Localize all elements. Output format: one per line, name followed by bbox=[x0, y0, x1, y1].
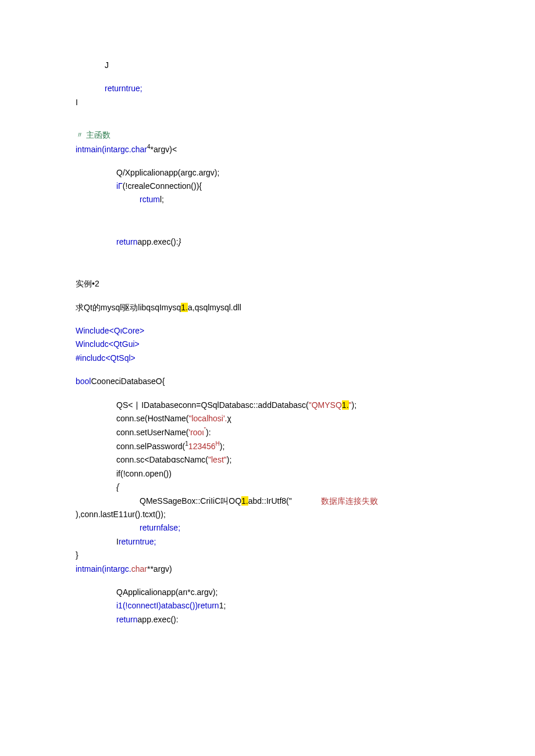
code-token: χ bbox=[227, 414, 231, 423]
code-line: i1(!connectI)atabasc())return1; bbox=[76, 599, 459, 612]
code-token: QMeSSageBox::CriIiC叫OQ bbox=[140, 496, 241, 506]
code-token: J bbox=[105, 60, 109, 70]
code-token: "lest" bbox=[208, 455, 227, 464]
code-token: { bbox=[116, 482, 119, 492]
code-token: <QtSql> bbox=[105, 353, 135, 363]
code-line bbox=[76, 109, 459, 128]
code-line: { bbox=[76, 481, 459, 493]
code-token: return bbox=[105, 84, 126, 93]
code-line: } bbox=[76, 549, 459, 561]
code-token: H bbox=[216, 440, 220, 447]
code-token: "QMYSQ bbox=[309, 400, 342, 410]
code-token: **argv) bbox=[147, 564, 172, 574]
code-token: 1; bbox=[219, 601, 226, 610]
code-token: Q/Xpplicalionapp(argc.argv); bbox=[116, 168, 219, 177]
code-token: 实例•2 bbox=[76, 279, 99, 288]
code-line: returnapp.exec():} bbox=[76, 235, 459, 248]
code-line: Wincludc<QtGui> bbox=[76, 338, 459, 350]
code-token: false; bbox=[161, 523, 180, 532]
code-token: main( bbox=[84, 144, 105, 153]
code-token: abd::IrUtf8(" bbox=[248, 496, 322, 506]
code-token: return bbox=[140, 523, 161, 532]
code-token: QS< ∣ IDatabaseconn=QSqlDatabasc::addDat… bbox=[116, 400, 309, 410]
code-line: 实例•2 bbox=[76, 277, 459, 290]
code-token: } bbox=[179, 237, 181, 246]
code-line bbox=[76, 72, 459, 81]
code-line bbox=[76, 267, 459, 277]
code-line: boolCooneciDatabaseO{ bbox=[76, 375, 459, 388]
code-token: l; bbox=[160, 195, 164, 204]
code-token: 'rooι bbox=[189, 428, 204, 437]
code-line: conn.sc<DatabɑscNamc("lest"); bbox=[76, 453, 459, 466]
code-line: 〃 主函数 bbox=[76, 128, 459, 141]
code-line: ),conn.lastE11ur().tcxt()); bbox=[76, 508, 459, 521]
code-token: true; bbox=[126, 84, 142, 93]
code-line: #includc<QtSql> bbox=[76, 352, 459, 364]
code-token: 123456 bbox=[188, 442, 216, 451]
code-token: argc. bbox=[113, 564, 131, 574]
code-line: conn.setUserName('rooι"): bbox=[76, 425, 459, 439]
code-line bbox=[76, 156, 459, 166]
code-token: Winclude bbox=[76, 326, 109, 335]
code-line: 求Qt的mysql驱动libqsqImysq1.a,qsqlmysql.dll bbox=[76, 301, 459, 314]
code-token: char bbox=[131, 564, 147, 574]
code-line: Ireturntrue; bbox=[76, 535, 459, 548]
code-token: "localhosi'. bbox=[189, 414, 227, 423]
code-token: } bbox=[76, 550, 79, 560]
code-token: int bbox=[76, 564, 84, 574]
code-token: iΓ bbox=[116, 181, 123, 191]
code-token: 1. bbox=[342, 400, 349, 410]
document-body: Jreturntrue;I〃 主函数intmain(intargc.char4*… bbox=[76, 59, 459, 626]
code-line bbox=[76, 576, 459, 585]
code-token: #includc bbox=[76, 353, 105, 363]
code-token: int bbox=[105, 144, 113, 153]
code-line: if(!conn.open()) bbox=[76, 467, 459, 480]
code-line: QApplicalionapp(arι*c.argv); bbox=[76, 586, 459, 599]
code-line: conn.se(HostName("localhosi'.χ bbox=[76, 412, 459, 425]
code-token: 1. bbox=[181, 303, 188, 312]
code-token: app.exec(): bbox=[138, 615, 179, 624]
code-token: ),conn.lastE11ur().tcxt()); bbox=[76, 510, 166, 519]
code-token: conn.sc<DatabɑscNamc( bbox=[116, 455, 208, 464]
code-line bbox=[76, 389, 459, 398]
code-token: ); bbox=[352, 400, 357, 410]
code-line bbox=[76, 249, 459, 267]
code-token: return bbox=[198, 601, 219, 610]
code-token: Wincludc bbox=[76, 339, 109, 349]
code-token: rctum bbox=[140, 195, 160, 204]
code-token: (!crealeConnection()){ bbox=[123, 181, 202, 191]
code-token: bool bbox=[76, 377, 91, 386]
code-token: a,qsqlmysql.dll bbox=[188, 303, 241, 312]
code-token: *argv)< bbox=[151, 144, 177, 153]
code-line bbox=[76, 207, 459, 225]
code-line: returnfalse; bbox=[76, 521, 459, 534]
code-line: intmain(intargc.char4*argv)< bbox=[76, 142, 459, 156]
code-token: i1(!connectI)atabasc()) bbox=[116, 601, 198, 610]
code-line: J bbox=[76, 59, 459, 71]
code-token: conn.setUserName( bbox=[116, 428, 189, 437]
code-line: intmain(intargc.char**argv) bbox=[76, 562, 459, 575]
code-token: CooneciDatabaseO{ bbox=[91, 377, 165, 386]
code-token: if(!conn.open()) bbox=[116, 469, 172, 478]
code-line bbox=[76, 225, 459, 235]
code-token: int bbox=[76, 144, 84, 153]
code-token: argc. bbox=[113, 144, 131, 153]
code-line: QMeSSageBox::CriIiC叫OQ1.abd::IrUtf8(" 数据… bbox=[76, 495, 459, 507]
code-line: returntrue; bbox=[76, 82, 459, 95]
code-line: QS< ∣ IDatabaseconn=QSqlDatabasc::addDat… bbox=[76, 399, 459, 411]
code-token: ); bbox=[220, 442, 225, 451]
code-line: Winclude<QιCore> bbox=[76, 324, 459, 337]
code-token: I bbox=[76, 98, 78, 107]
code-token: ); bbox=[227, 455, 232, 464]
code-token: 〃 主函数 bbox=[76, 130, 110, 139]
code-line: rctuml; bbox=[76, 193, 459, 206]
code-token: return bbox=[119, 537, 140, 546]
code-token: app.exec(): bbox=[138, 237, 179, 246]
code-token: 数据库连接失败 bbox=[321, 496, 378, 506]
code-token: ): bbox=[206, 428, 211, 437]
code-line bbox=[76, 291, 459, 300]
code-token: <QιCore> bbox=[109, 326, 145, 335]
code-token: conn.selPassword( bbox=[116, 442, 185, 451]
code-token: <QtGui> bbox=[109, 339, 140, 349]
code-token: true; bbox=[140, 537, 156, 546]
